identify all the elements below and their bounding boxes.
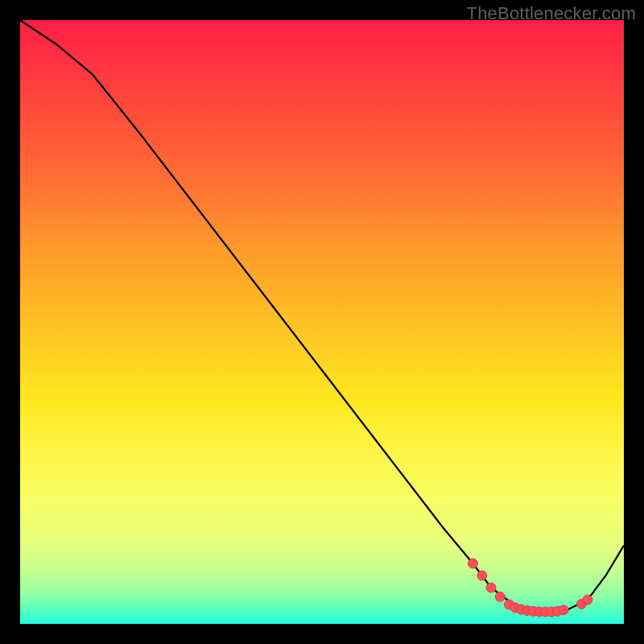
chart-svg [20,20,624,624]
data-marker [495,592,505,601]
data-marker [469,559,478,568]
plot-area [20,20,624,624]
data-marker [486,583,496,592]
data-marker [559,605,568,615]
chart-frame: TheBottlenecker.com [0,0,644,644]
data-marker [583,595,592,605]
watermark-text: TheBottlenecker.com [467,3,636,24]
markers-group [469,559,593,617]
data-marker [477,571,487,580]
curve-line [20,20,624,612]
